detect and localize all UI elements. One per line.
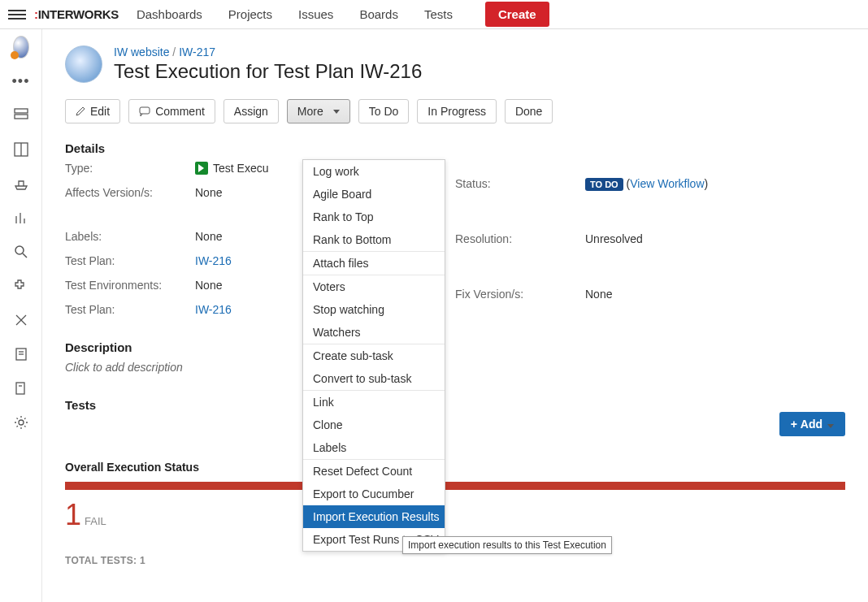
view-workflow-link[interactable]: View Workflow	[630, 177, 704, 190]
search-icon[interactable]	[13, 244, 29, 260]
ship-icon[interactable]	[13, 175, 29, 192]
svg-point-16	[19, 420, 24, 425]
menu-log-work[interactable]: Log work	[303, 160, 445, 183]
menu-create-subtask[interactable]: Create sub-task	[303, 344, 445, 367]
menu-rank-top[interactable]: Rank to Top	[303, 206, 445, 228]
status-badge: TO DO	[585, 178, 623, 191]
todo-button[interactable]: To Do	[358, 99, 410, 123]
backlog-icon[interactable]	[13, 107, 29, 123]
overall-status-bar	[65, 482, 845, 490]
main-content: IW website / IW-217 Test Execution for T…	[42, 29, 868, 602]
menu-agile-board[interactable]: Agile Board	[303, 183, 445, 206]
menu-convert-subtask[interactable]: Convert to sub-task	[303, 367, 445, 390]
more-icon[interactable]: •••	[13, 73, 29, 89]
fail-count: 1 FAIL	[65, 498, 845, 532]
create-button[interactable]: Create	[485, 2, 549, 27]
menu-watchers[interactable]: Watchers	[303, 321, 445, 344]
svg-line-8	[23, 253, 27, 258]
menu-labels[interactable]: Labels	[303, 436, 445, 459]
testplan2-label: Test Plan:	[65, 303, 195, 316]
details-heading: Details	[65, 141, 845, 155]
nav-dashboards[interactable]: Dashboards	[137, 7, 202, 21]
action-row: Edit Comment Assign More To Do In Progre…	[65, 99, 845, 123]
avatar-icon[interactable]	[13, 39, 29, 55]
edit-button[interactable]: Edit	[65, 99, 120, 123]
topbar: :INTERWORKS Dashboards Projects Issues B…	[0, 0, 868, 29]
page-title: Test Execution for Test Plan IW-216	[114, 60, 422, 83]
menu-attach-files[interactable]: Attach files	[303, 252, 445, 275]
menu-clone[interactable]: Clone	[303, 414, 445, 436]
resolution-value: Unresolved	[585, 232, 845, 245]
reports-icon[interactable]	[13, 210, 29, 226]
nav-issues[interactable]: Issues	[298, 7, 333, 21]
pencil-icon	[76, 106, 85, 116]
left-rail: •••	[0, 29, 42, 602]
description-heading: Description	[65, 340, 845, 354]
page-icon[interactable]	[13, 346, 29, 362]
description-placeholder[interactable]: Click to add description	[65, 361, 845, 374]
tooltip: Import execution results to this Test Ex…	[402, 536, 612, 554]
addon-icon[interactable]	[13, 278, 29, 294]
comment-button[interactable]: Comment	[128, 99, 215, 123]
svg-rect-1	[15, 115, 28, 119]
top-nav: Dashboards Projects Issues Boards Tests	[137, 7, 453, 21]
envs-label: Test Environments:	[65, 279, 195, 292]
more-button[interactable]: More	[287, 99, 350, 123]
resolution-label: Resolution:	[455, 232, 585, 245]
fail-label: FAIL	[85, 515, 106, 527]
logo[interactable]: :INTERWORKS	[34, 7, 119, 21]
menu-stop-watching[interactable]: Stop watching	[303, 298, 445, 321]
status-label: Status:	[455, 177, 585, 190]
menu-link[interactable]: Link	[303, 391, 445, 414]
breadcrumb-issue[interactable]: IW-217	[179, 45, 215, 58]
breadcrumb: IW website / IW-217	[114, 45, 422, 58]
nav-projects[interactable]: Projects	[228, 7, 272, 21]
status-value: TO DO (View Workflow)	[585, 177, 845, 190]
nav-boards[interactable]: Boards	[359, 7, 398, 21]
details-right: Status: TO DO (View Workflow) Resolution…	[455, 162, 845, 316]
done-button[interactable]: Done	[505, 99, 553, 123]
svg-point-7	[15, 246, 24, 254]
svg-rect-0	[15, 109, 28, 113]
fail-number: 1	[65, 498, 81, 532]
type-label: Type:	[65, 162, 195, 175]
labels-label: Labels:	[65, 230, 195, 243]
more-dropdown: Log work Agile Board Rank to Top Rank to…	[302, 159, 445, 552]
svg-rect-17	[140, 107, 150, 114]
tests-heading: Tests	[65, 398, 845, 412]
cross-icon[interactable]	[13, 312, 29, 328]
test-exec-icon	[195, 162, 208, 175]
nav-tests[interactable]: Tests	[424, 7, 453, 21]
svg-rect-14	[16, 383, 24, 394]
doc-icon[interactable]	[13, 380, 29, 396]
menu-reset-defect[interactable]: Reset Defect Count	[303, 460, 445, 483]
assign-button[interactable]: Assign	[224, 99, 279, 123]
add-button[interactable]: + Add	[779, 412, 845, 436]
hamburger-icon[interactable]	[8, 6, 26, 24]
fixver-value: None	[585, 288, 845, 301]
affects-label: Affects Version/s:	[65, 186, 195, 199]
breadcrumb-project[interactable]: IW website	[114, 45, 169, 58]
board-icon[interactable]	[13, 141, 29, 158]
total-tests: TOTAL TESTS: 1	[65, 555, 845, 566]
menu-export-cucumber[interactable]: Export to Cucumber	[303, 483, 445, 505]
inprogress-button[interactable]: In Progress	[417, 99, 497, 123]
overall-status-label: Overall Execution Status	[65, 461, 845, 474]
menu-rank-bottom[interactable]: Rank to Bottom	[303, 228, 445, 251]
fixver-label: Fix Version/s:	[455, 288, 585, 301]
menu-voters[interactable]: Voters	[303, 275, 445, 298]
gear-icon[interactable]	[13, 414, 29, 431]
testplan1-label: Test Plan:	[65, 254, 195, 267]
menu-import-exec-results[interactable]: Import Execution Results	[303, 505, 445, 528]
comment-icon	[139, 106, 150, 116]
issue-type-icon	[65, 45, 102, 83]
